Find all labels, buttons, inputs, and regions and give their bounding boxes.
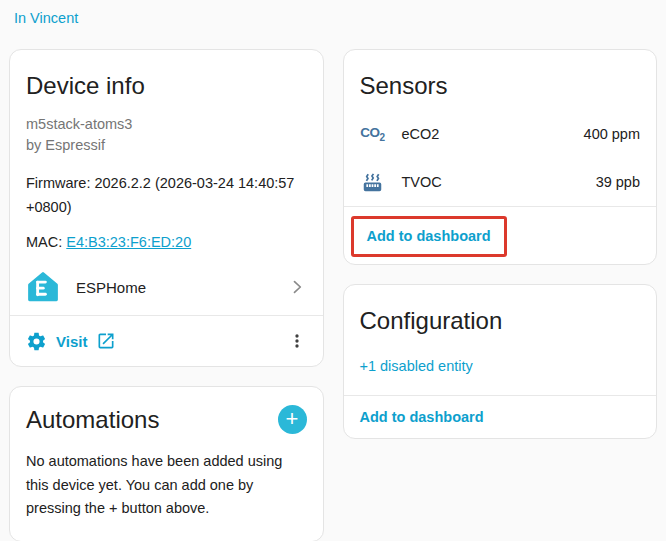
device-page-columns: Device info m5stack-atoms3 by Espressif … <box>0 49 666 541</box>
chevron-right-icon <box>287 277 307 297</box>
gear-icon <box>26 331 47 352</box>
sensor-name: TVOC <box>402 174 596 190</box>
device-info-card: Device info m5stack-atoms3 by Espressif … <box>9 49 324 367</box>
device-mac-line: MAC: E4:B3:23:F6:ED:20 <box>26 232 307 253</box>
right-column: Sensors CO2 eCO2 400 ppm TVOC 39 ppb Add… <box>343 49 658 541</box>
disabled-entities-link[interactable]: +1 disabled entity <box>344 345 657 395</box>
sensors-footer: Add to dashboard <box>344 206 657 264</box>
sensor-value: 400 ppm <box>584 126 640 142</box>
esphome-logo-icon <box>26 270 60 304</box>
add-automation-button[interactable]: + <box>278 405 307 434</box>
automations-empty-text: No automations have been added using thi… <box>10 438 323 541</box>
device-meta: m5stack-atoms3 by Espressif Firmware: 20… <box>10 110 323 253</box>
mac-label: MAC: <box>26 234 66 250</box>
configuration-add-to-dashboard-link[interactable]: Add to dashboard <box>360 409 484 425</box>
visit-link[interactable]: Visit <box>56 333 87 350</box>
integration-name: ESPHome <box>76 279 146 296</box>
sensors-add-to-dashboard-link[interactable]: Add to dashboard <box>367 228 491 244</box>
device-info-title: Device info <box>10 50 323 110</box>
device-model: m5stack-atoms3 <box>26 114 307 135</box>
device-menu-kebab-icon[interactable] <box>287 331 307 351</box>
open-in-new-icon <box>96 331 116 351</box>
sensors-card: Sensors CO2 eCO2 400 ppm TVOC 39 ppb Add… <box>343 49 658 265</box>
device-firmware: Firmware: 2026.2.2 (2026-03-24 14:40:57 … <box>26 171 307 219</box>
configuration-title: Configuration <box>344 285 657 345</box>
breadcrumb-area-link[interactable]: In Vincent <box>14 10 78 26</box>
sensor-value: 39 ppb <box>596 174 640 190</box>
sensor-row-tvoc[interactable]: TVOC 39 ppb <box>344 158 657 206</box>
configuration-card: Configuration +1 disabled entity Add to … <box>343 284 658 439</box>
device-manufacturer: by Espressif <box>26 135 307 156</box>
molecule-co2-icon: CO2 <box>360 125 386 143</box>
radiator-icon <box>360 172 386 193</box>
automations-card: Automations + No automations have been a… <box>9 386 324 541</box>
integration-row-esphome[interactable]: ESPHome <box>10 259 323 315</box>
left-column: Device info m5stack-atoms3 by Espressif … <box>9 49 324 541</box>
sensor-name: eCO2 <box>402 126 584 142</box>
device-actions-row: Visit <box>10 316 323 366</box>
sensor-row-eco2[interactable]: CO2 eCO2 400 ppm <box>344 110 657 158</box>
automations-title: Automations <box>26 406 159 434</box>
sensors-title: Sensors <box>344 50 657 110</box>
mac-address-link[interactable]: E4:B3:23:F6:ED:20 <box>66 234 191 250</box>
automations-header-row: Automations + <box>10 387 323 438</box>
plus-icon: + <box>286 408 299 430</box>
annotation-highlight-box: Add to dashboard <box>351 216 507 257</box>
configuration-footer: Add to dashboard <box>344 395 657 438</box>
